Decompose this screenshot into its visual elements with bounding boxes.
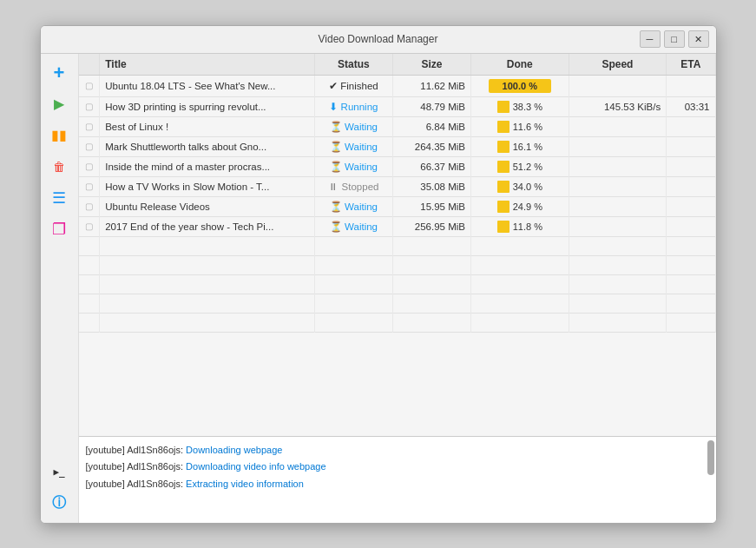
row-type-icon: ▢ [79, 116, 100, 136]
delete-button[interactable]: 🗑 [45, 153, 73, 181]
row-type-icon: ▢ [79, 96, 100, 116]
row-type-icon: ▢ [79, 176, 100, 196]
row-speed [569, 216, 667, 236]
empty-row [79, 274, 716, 294]
log-area: [youtube] Adl1Sn86ojs: Downloading webpa… [79, 436, 716, 523]
col-icon [79, 54, 100, 76]
table-row[interactable]: ▢Ubuntu 18.04 LTS - See What's New...✔ F… [79, 75, 716, 96]
empty-row [79, 255, 716, 274]
row-eta [667, 196, 715, 216]
row-size: 48.79 MiB [392, 96, 470, 116]
pause-button[interactable]: ▮▮ [45, 122, 73, 149]
play-button[interactable]: ▶ [45, 90, 73, 118]
row-speed [569, 75, 667, 96]
row-size: 66.37 MiB [392, 156, 470, 176]
maximize-button[interactable]: □ [664, 30, 685, 48]
row-eta [667, 75, 715, 96]
row-eta [667, 176, 715, 196]
info-button[interactable]: ⓘ [45, 490, 73, 518]
row-speed [569, 176, 667, 196]
row-eta: 03:31 [667, 96, 715, 116]
empty-row [79, 236, 716, 255]
close-button[interactable]: ✕ [688, 30, 709, 48]
empty-row [79, 313, 716, 332]
log-line: [youtube] Adl1Sn86ojs: Downloading webpa… [86, 442, 709, 459]
col-size: Size [392, 54, 470, 76]
row-size: 11.62 MiB [392, 75, 470, 96]
row-title: How 3D printing is spurring revolut... [100, 96, 315, 116]
row-speed [569, 116, 667, 136]
col-speed: Speed [569, 54, 667, 76]
log-link: Downloading video info webpage [186, 461, 325, 472]
row-done: 34.0 % [471, 176, 569, 196]
table-row[interactable]: ▢Best of Linux !⏳ Waiting6.84 MiB11.6 % [79, 116, 716, 136]
row-type-icon: ▢ [79, 156, 100, 176]
download-table: Title Status Size Done Speed ETA ▢Ubuntu… [79, 54, 716, 333]
log-link: Downloading webpage [186, 445, 282, 455]
row-eta [667, 156, 715, 176]
row-status: ⏸ Stopped [314, 176, 392, 196]
row-title: Mark Shuttleworth talks about Gno... [100, 136, 315, 156]
table-row[interactable]: ▢2017 End of the year show - Tech Pi...⏳… [79, 216, 716, 236]
row-speed [569, 136, 667, 156]
log-lines: [youtube] Adl1Sn86ojs: Downloading webpa… [86, 442, 709, 493]
window-controls: ─ □ ✕ [640, 30, 709, 48]
row-title: Inside the mind of a master procras... [100, 156, 315, 176]
table-row[interactable]: ▢How 3D printing is spurring revolut...⬇… [79, 96, 716, 116]
row-done: 100.0 % [471, 75, 569, 96]
row-status: ⏳ Waiting [314, 156, 392, 176]
row-size: 264.35 MiB [392, 136, 470, 156]
scrollbar[interactable] [707, 440, 714, 475]
row-status: ⬇ Running [314, 96, 392, 116]
row-type-icon: ▢ [79, 75, 100, 96]
titlebar: Video Download Manager ─ □ ✕ [41, 26, 716, 54]
table-header: Title Status Size Done Speed ETA [79, 54, 716, 76]
row-type-icon: ▢ [79, 196, 100, 216]
row-title: Ubuntu Release Videos [100, 196, 315, 216]
row-done: 11.8 % [471, 216, 569, 236]
log-link: Extracting video information [186, 479, 304, 489]
row-size: 256.95 MiB [392, 216, 470, 236]
row-status: ⏳ Waiting [314, 136, 392, 156]
list-button[interactable]: ☰ [45, 184, 73, 212]
col-status: Status [314, 54, 392, 76]
row-status: ⏳ Waiting [314, 116, 392, 136]
main-window: Video Download Manager ─ □ ✕ + ▶ ▮▮ 🗑 ☰ … [40, 25, 717, 524]
window-title: Video Download Manager [117, 33, 640, 45]
row-speed [569, 156, 667, 176]
terminal-button[interactable]: ▶_ [45, 459, 73, 486]
add-button[interactable]: + [45, 59, 73, 87]
download-table-area: Title Status Size Done Speed ETA ▢Ubuntu… [79, 54, 716, 436]
row-title: How a TV Works in Slow Motion - T... [100, 176, 315, 196]
row-title: 2017 End of the year show - Tech Pi... [100, 216, 315, 236]
row-title: Ubuntu 18.04 LTS - See What's New... [100, 75, 315, 96]
minimize-button[interactable]: ─ [640, 30, 661, 48]
log-line: [youtube] Adl1Sn86ojs: Downloading video… [86, 459, 709, 476]
row-status: ⏳ Waiting [314, 196, 392, 216]
row-speed: 145.53 KiB/s [569, 96, 667, 116]
row-size: 6.84 MiB [392, 116, 470, 136]
row-done: 24.9 % [471, 196, 569, 216]
row-done: 51.2 % [471, 156, 569, 176]
main-layout: + ▶ ▮▮ 🗑 ☰ ❐ ▶_ ⓘ Title Status Size [41, 54, 716, 523]
table-body: ▢Ubuntu 18.04 LTS - See What's New...✔ F… [79, 75, 716, 332]
table-row[interactable]: ▢How a TV Works in Slow Motion - T...⏸ S… [79, 176, 716, 196]
row-type-icon: ▢ [79, 136, 100, 156]
table-row[interactable]: ▢Mark Shuttleworth talks about Gno...⏳ W… [79, 136, 716, 156]
row-eta [667, 216, 715, 236]
col-title: Title [100, 54, 315, 76]
row-done: 11.6 % [471, 116, 569, 136]
table-row[interactable]: ▢Inside the mind of a master procras...⏳… [79, 156, 716, 176]
col-done: Done [471, 54, 569, 76]
sidebar: + ▶ ▮▮ 🗑 ☰ ❐ ▶_ ⓘ [41, 54, 79, 523]
table-row[interactable]: ▢Ubuntu Release Videos⏳ Waiting15.95 MiB… [79, 196, 716, 216]
col-eta: ETA [667, 54, 715, 76]
content-area: Title Status Size Done Speed ETA ▢Ubuntu… [79, 54, 716, 523]
row-eta [667, 136, 715, 156]
row-size: 15.95 MiB [392, 196, 470, 216]
row-eta [667, 116, 715, 136]
copy-button[interactable]: ❐ [45, 215, 73, 243]
empty-row [79, 294, 716, 313]
row-done: 38.3 % [471, 96, 569, 116]
row-status: ⏳ Waiting [314, 216, 392, 236]
